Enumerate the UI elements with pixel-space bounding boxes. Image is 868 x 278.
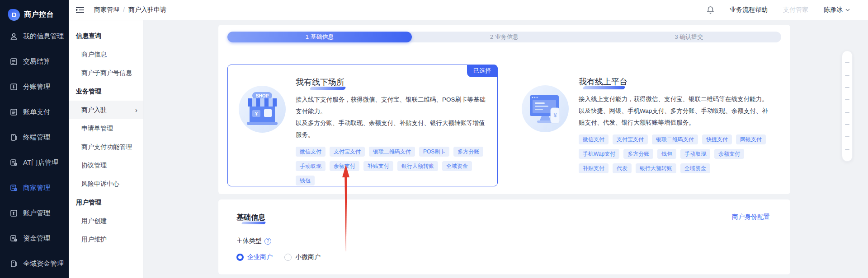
- breadcrumb: 商家管理 / 商户入驻申请: [94, 6, 166, 14]
- primary-sidebar: D 商户控台 我的信息管理 交易结算 分账管理 账单支付 终端管理 AT门店管理…: [0, 0, 69, 278]
- basic-info-panel: 基础信息 商户身份配置 主体类型 ? 企业商户 小微商户: [218, 199, 790, 274]
- user-icon: [10, 32, 18, 40]
- step-confirm-submit[interactable]: 3 确认提交: [597, 32, 781, 42]
- step-progress-bar: 1 基础信息 2 业务信息 3 确认提交: [227, 32, 781, 42]
- sidebar-item-terminal[interactable]: 终端管理: [0, 125, 69, 150]
- capability-tags: 微信支付 支付宝支付 银联二维码支付 POS刷卡 多方分账 手动取现 余额支付 …: [296, 147, 486, 185]
- chevron-right-icon: ›: [135, 106, 137, 114]
- merchant-identity-config-link[interactable]: 商户身份配置: [732, 213, 770, 221]
- online-platform-card[interactable]: ¥ 我有线上平台 接入线上支付能力，获得微信、支付宝、银联二维码等在线支付能力。…: [511, 65, 781, 186]
- breadcrumb-parent[interactable]: 商家管理: [94, 6, 119, 14]
- ledger-dollar-icon: [10, 83, 18, 91]
- breadcrumb-separator: /: [123, 6, 125, 14]
- tag: 微信支付: [296, 147, 326, 157]
- tag: 代发: [613, 163, 632, 173]
- list-icon: [10, 58, 18, 65]
- tag: 微信支付: [579, 134, 609, 144]
- svg-text:SHOP: SHOP: [256, 93, 269, 98]
- notification-bell-icon[interactable]: [707, 6, 714, 14]
- tag: 网银支付: [736, 134, 766, 144]
- submenu-item-sub-merchant-info[interactable]: 商户子商户号信息: [69, 64, 143, 82]
- monitor-illustration-icon: ¥: [522, 85, 569, 132]
- payment-assistant-link[interactable]: 支付管家: [783, 6, 808, 14]
- funds-icon: [10, 235, 18, 242]
- sidebar-item-at-store[interactable]: AT门店管理: [0, 150, 69, 175]
- tag: 银行大额转账: [397, 161, 438, 171]
- tag: 补贴支付: [579, 163, 609, 173]
- submenu-item-agreement-mgmt[interactable]: 协议管理: [69, 156, 143, 175]
- dash-icon: [845, 112, 849, 113]
- submenu-item-merchant-onboarding[interactable]: 商户入驻 ›: [69, 101, 143, 119]
- tag: 快捷支付: [702, 134, 732, 144]
- collapse-sidebar-icon[interactable]: [76, 7, 84, 13]
- global-funds-icon: [10, 260, 18, 268]
- tag: 补贴支付: [363, 161, 393, 171]
- radio-dot: [236, 254, 244, 261]
- user-menu[interactable]: 陈雁冰: [824, 6, 850, 14]
- submenu-group-info-query: 信息查询: [69, 27, 143, 45]
- capability-tags: 微信支付 支付宝支付 银联二维码支付 快捷支付 网银支付 手机Wap支付 多方分…: [579, 134, 770, 173]
- tag: 手动取现: [680, 149, 710, 159]
- radio-enterprise-merchant[interactable]: 企业商户: [236, 253, 273, 261]
- subject-type-label: 主体类型 ?: [236, 237, 770, 245]
- dash-icon: [845, 62, 849, 63]
- selected-badge: 已选择: [467, 65, 497, 77]
- submenu-item-application-mgmt[interactable]: 申请单管理: [69, 119, 143, 138]
- tag: 手动取现: [296, 161, 326, 171]
- anchor-nav-widget[interactable]: [842, 51, 853, 162]
- submenu-item-merchant-info[interactable]: 商户信息: [69, 45, 143, 64]
- tag: 支付宝支付: [613, 134, 648, 144]
- terminal-icon: [10, 134, 18, 141]
- card-title: 我有线下场所: [296, 77, 344, 88]
- card-description: 接入线下支付服务，获得微信、支付宝、银联二维码、POS刷卡等基础支付能力。 以及…: [296, 94, 486, 141]
- tag: 多方分账: [623, 149, 653, 159]
- tag: 全域资金: [442, 161, 472, 171]
- tag: 银行大额转账: [636, 163, 676, 173]
- secondary-sidebar: 信息查询 商户信息 商户子商户号信息 业务管理 商户入驻 › 申请单管理 商户支…: [69, 20, 144, 278]
- radio-micro-merchant[interactable]: 小微商户: [284, 253, 321, 261]
- tag: 多方分账: [453, 147, 483, 157]
- tag: 手机Wap支付: [579, 149, 619, 159]
- tag: 银联二维码支付: [369, 147, 415, 157]
- tag: 钱包: [296, 176, 315, 185]
- sidebar-item-my-info[interactable]: 我的信息管理: [0, 23, 69, 49]
- shop-illustration-icon: SHOP ¥: [239, 86, 286, 133]
- top-header: 商家管理 / 商户入驻申请 业务流程帮助 支付管家 陈雁冰: [69, 0, 868, 20]
- logo-icon: D: [8, 9, 20, 21]
- tag: 全域资金: [680, 163, 710, 173]
- help-question-icon[interactable]: ?: [264, 238, 271, 245]
- main-content: 1 基础信息 2 业务信息 3 确认提交 已选择 SHOP: [144, 20, 868, 278]
- sidebar-item-bill-pay[interactable]: 账单支付: [0, 99, 69, 125]
- sidebar-item-split-account[interactable]: 分账管理: [0, 74, 69, 99]
- breadcrumb-current: 商户入驻申请: [128, 6, 166, 14]
- step-business-info[interactable]: 2 业务信息: [412, 32, 596, 42]
- merchant-icon: [10, 184, 18, 192]
- sidebar-item-account-mgmt[interactable]: 账户管理: [0, 200, 69, 226]
- submenu-item-user-create[interactable]: 用户创建: [69, 212, 143, 230]
- dash-icon: [845, 99, 849, 100]
- svg-text:¥: ¥: [255, 111, 258, 116]
- tag: 银联二维码支付: [652, 134, 698, 144]
- dash-icon: [845, 87, 849, 88]
- sidebar-item-funds-mgmt[interactable]: 资金管理: [0, 226, 69, 251]
- account-dollar-icon: [10, 209, 18, 217]
- dash-icon: [845, 136, 849, 137]
- sidebar-item-global-funds[interactable]: 全域资金管理: [0, 251, 69, 276]
- process-help-link[interactable]: 业务流程帮助: [730, 6, 768, 14]
- step-basic-info[interactable]: 1 基础信息: [227, 32, 412, 42]
- bill-icon: [10, 108, 18, 116]
- tag: 余额支付: [714, 149, 744, 159]
- submenu-item-pay-function-mgmt[interactable]: 商户支付功能管理: [69, 138, 143, 156]
- dash-icon: [845, 75, 849, 76]
- tag: POS刷卡: [419, 147, 449, 157]
- sidebar-item-merchant-mgmt[interactable]: 商家管理: [0, 175, 69, 200]
- submenu-item-user-maintain[interactable]: 用户维护: [69, 230, 143, 249]
- submenu-item-risk-appeal-center[interactable]: 风险申诉中心: [69, 175, 143, 193]
- chevron-down-icon: [845, 9, 850, 11]
- tag: 钱包: [657, 149, 676, 159]
- app-logo[interactable]: D 商户控台: [0, 0, 69, 23]
- dash-icon: [845, 149, 849, 150]
- sidebar-item-trade-settle[interactable]: 交易结算: [0, 49, 69, 74]
- app-title: 商户控台: [24, 10, 54, 19]
- offline-scene-card[interactable]: 已选择 SHOP: [227, 65, 498, 186]
